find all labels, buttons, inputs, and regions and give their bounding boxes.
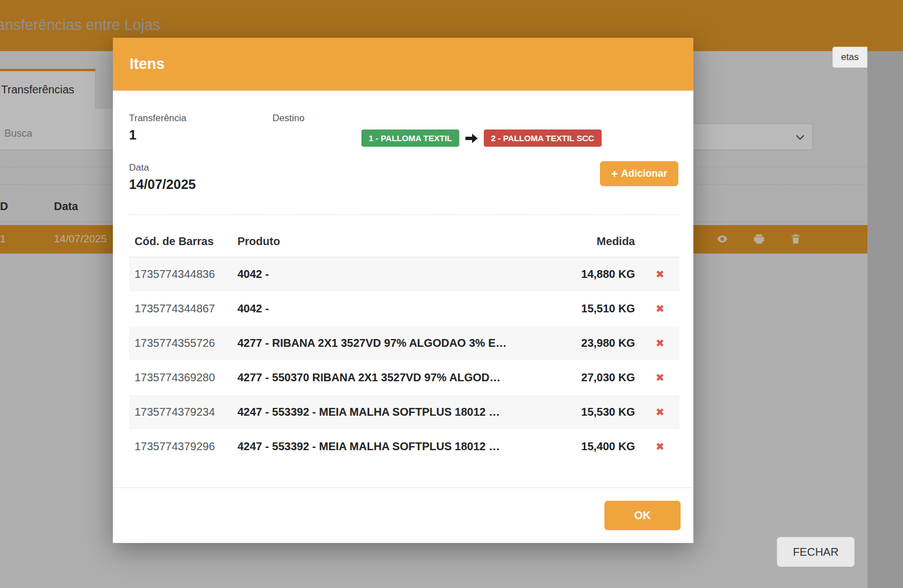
- col-header-medida: Medida: [557, 227, 641, 257]
- item-row: 1735774355726 4277 - RIBANA 2X1 3527VD 9…: [129, 326, 679, 361]
- modal-footer: OK: [113, 487, 693, 543]
- origin-store-badge: 1 - PALLOMA TEXTIL: [361, 129, 459, 147]
- item-row: 1735774369280 4277 - 550370 RIBANA 2X1 3…: [129, 361, 679, 395]
- destino-label: Destino: [272, 113, 602, 124]
- col-header-barcode: Cód. de Barras: [129, 227, 232, 257]
- data-value: 14/07/2025: [129, 177, 678, 192]
- adicionar-button[interactable]: + Adicionar: [600, 161, 678, 186]
- remove-item-icon[interactable]: ✖: [656, 441, 664, 452]
- dashed-separator: [129, 215, 678, 215]
- item-produto: 4042 -: [232, 292, 557, 326]
- items-table: Cód. de Barras Produto Medida 1735774344…: [129, 227, 679, 464]
- item-produto: 4277 - RIBANA 2X1 3527VD 97% ALGODAO 3% …: [232, 326, 557, 361]
- modal-header: Itens: [113, 38, 693, 91]
- item-produto: 4042 -: [232, 257, 557, 292]
- transferencia-label: Transferência: [129, 113, 272, 124]
- item-barcode: 1735774344867: [129, 292, 232, 326]
- remove-item-icon[interactable]: ✖: [656, 303, 664, 315]
- item-barcode: 1735774344836: [129, 257, 232, 292]
- item-barcode: 1735774355726: [129, 326, 232, 361]
- remove-item-icon[interactable]: ✖: [656, 268, 664, 280]
- transferencia-value: 1: [129, 127, 272, 143]
- etiquetas-button[interactable]: etas: [832, 47, 867, 68]
- arrow-right-icon: [465, 133, 478, 144]
- item-row: 1735774379234 4247 - 553392 - MEIA MALHA…: [129, 395, 679, 430]
- modal-body: Transferência 1 Destino 1 - PALLOMA TEXT…: [113, 91, 693, 464]
- destination-store-badge: 2 - PALLOMA TEXTIL SCC: [484, 129, 602, 147]
- remove-item-icon[interactable]: ✖: [656, 337, 664, 349]
- plus-icon: +: [611, 168, 618, 180]
- data-label: Data: [129, 162, 678, 173]
- item-medida: 15,510 KG: [557, 292, 641, 326]
- item-row: 1735774344836 4042 - 14,880 KG ✖: [129, 257, 679, 292]
- adicionar-label: Adicionar: [621, 168, 667, 180]
- modal-title: Itens: [130, 56, 165, 73]
- fechar-button[interactable]: FECHAR: [777, 537, 855, 567]
- remove-item-icon[interactable]: ✖: [656, 406, 664, 418]
- ok-button[interactable]: OK: [604, 501, 681, 530]
- item-produto: 4247 - 553392 - MEIA MALHA SOFTPLUS 1801…: [232, 395, 557, 430]
- itens-modal: Itens Transferência 1 Destino 1 - PALLOM…: [113, 38, 693, 543]
- col-header-produto: Produto: [232, 227, 557, 257]
- item-row: 1735774344867 4042 - 15,510 KG ✖: [129, 292, 679, 326]
- item-medida: 14,880 KG: [557, 257, 641, 292]
- item-medida: 23,980 KG: [557, 326, 641, 361]
- remove-item-icon[interactable]: ✖: [656, 372, 664, 383]
- item-produto: 4277 - 550370 RIBANA 2X1 3527VD 97% ALGO…: [232, 361, 557, 395]
- item-barcode: 1735774379296: [129, 430, 232, 464]
- item-barcode: 1735774369280: [129, 361, 232, 395]
- item-row: 1735774379296 4247 - 553392 - MEIA MALHA…: [129, 430, 679, 464]
- item-produto: 4247 - 553392 - MEIA MALHA SOFTPLUS 1801…: [232, 430, 557, 464]
- item-medida: 27,030 KG: [557, 361, 641, 395]
- item-barcode: 1735774379234: [129, 395, 232, 430]
- item-medida: 15,530 KG: [557, 395, 641, 430]
- item-medida: 15,400 KG: [557, 430, 641, 464]
- col-header-action: [641, 227, 679, 257]
